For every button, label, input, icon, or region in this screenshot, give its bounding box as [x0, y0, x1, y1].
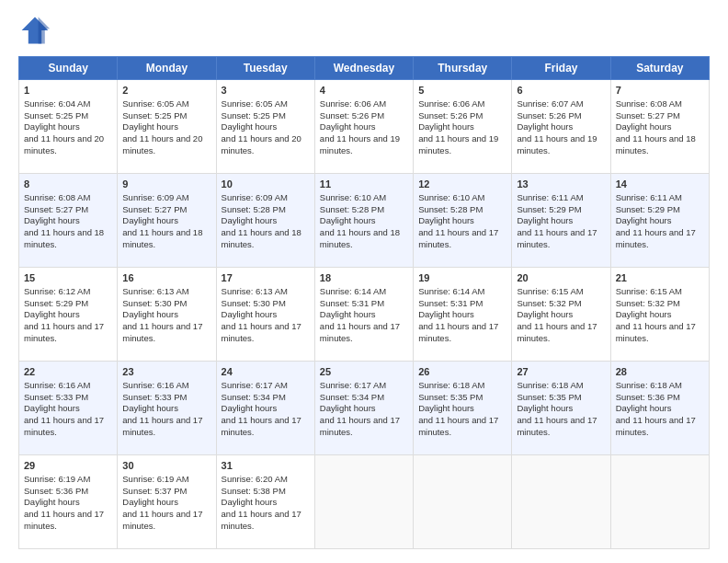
daylight-value: and 11 hours and 17 minutes.	[517, 321, 597, 343]
col-thursday: Thursday	[414, 57, 512, 80]
sunset: Sunset: 5:29 PM	[616, 204, 680, 214]
daylight-label: Daylight hours	[418, 403, 474, 413]
day-number: 10	[222, 178, 310, 191]
sunset: Sunset: 5:27 PM	[616, 110, 680, 121]
sunset: Sunset: 5:29 PM	[517, 204, 581, 214]
day-number: 27	[517, 365, 605, 379]
calendar-table: Sunday Monday Tuesday Wednesday Thursday…	[18, 56, 710, 549]
sunset: Sunset: 5:35 PM	[418, 392, 483, 402]
daylight-label: Daylight hours	[122, 121, 178, 132]
daylight-value: and 11 hours and 17 minutes.	[24, 415, 104, 437]
daylight-label: Daylight hours	[616, 215, 672, 225]
table-row: 23Sunrise: 6:16 AMSunset: 5:33 PMDayligh…	[118, 362, 216, 455]
daylight-value: and 11 hours and 19 minutes.	[418, 133, 498, 155]
col-monday: Monday	[118, 57, 216, 80]
daylight-label: Daylight hours	[418, 121, 474, 132]
daylight-value: and 11 hours and 17 minutes.	[222, 321, 301, 343]
day-number: 31	[222, 459, 310, 473]
calendar-row: 8Sunrise: 6:08 AMSunset: 5:27 PMDaylight…	[19, 174, 710, 268]
day-number: 26	[418, 365, 506, 379]
table-row: 16Sunrise: 6:13 AMSunset: 5:30 PMDayligh…	[118, 268, 216, 362]
sunset: Sunset: 5:33 PM	[24, 392, 88, 402]
table-row	[414, 455, 512, 549]
daylight-value: and 11 hours and 17 minutes.	[616, 415, 696, 437]
table-row: 20Sunrise: 6:15 AMSunset: 5:32 PMDayligh…	[512, 268, 610, 362]
daylight-value: and 11 hours and 18 minutes.	[24, 227, 104, 249]
sunset: Sunset: 5:27 PM	[24, 204, 88, 214]
sunrise: Sunrise: 6:18 AM	[517, 380, 583, 390]
sunrise: Sunrise: 6:18 AM	[616, 380, 682, 390]
day-number: 8	[24, 178, 112, 191]
day-number: 23	[122, 365, 210, 379]
daylight-label: Daylight hours	[222, 215, 278, 225]
table-row	[610, 455, 709, 549]
daylight-value: and 11 hours and 20 minutes.	[222, 133, 301, 155]
table-row: 6Sunrise: 6:07 AMSunset: 5:26 PMDaylight…	[512, 80, 610, 174]
sunrise: Sunrise: 6:14 AM	[418, 286, 484, 296]
daylight-value: and 11 hours and 19 minutes.	[517, 133, 597, 155]
daylight-value: and 11 hours and 18 minutes.	[122, 227, 202, 249]
sunset: Sunset: 5:34 PM	[320, 392, 384, 402]
daylight-label: Daylight hours	[122, 497, 178, 507]
daylight-value: and 11 hours and 17 minutes.	[320, 415, 400, 437]
sunrise: Sunrise: 6:17 AM	[320, 380, 386, 390]
sunrise: Sunrise: 6:08 AM	[616, 98, 682, 109]
table-row: 3Sunrise: 6:05 AMSunset: 5:25 PMDaylight…	[216, 80, 314, 174]
sunrise: Sunrise: 6:10 AM	[320, 192, 386, 202]
day-number: 11	[320, 178, 408, 191]
sunrise: Sunrise: 6:11 AM	[616, 192, 682, 202]
sunset: Sunset: 5:28 PM	[320, 204, 384, 214]
table-row: 9Sunrise: 6:09 AMSunset: 5:27 PMDaylight…	[118, 174, 216, 268]
daylight-value: and 11 hours and 18 minutes.	[616, 133, 696, 155]
daylight-value: and 11 hours and 18 minutes.	[320, 227, 400, 249]
col-friday: Friday	[512, 57, 610, 80]
sunrise: Sunrise: 6:06 AM	[418, 98, 484, 109]
sunset: Sunset: 5:32 PM	[616, 298, 680, 308]
daylight-value: and 11 hours and 17 minutes.	[616, 321, 696, 343]
table-row: 29Sunrise: 6:19 AMSunset: 5:36 PMDayligh…	[19, 455, 118, 549]
sunrise: Sunrise: 6:15 AM	[517, 286, 583, 296]
sunset: Sunset: 5:30 PM	[222, 298, 286, 308]
sunset: Sunset: 5:34 PM	[222, 392, 286, 402]
day-number: 7	[616, 84, 704, 98]
sunrise: Sunrise: 6:09 AM	[122, 192, 188, 202]
table-row: 10Sunrise: 6:09 AMSunset: 5:28 PMDayligh…	[216, 174, 314, 268]
table-row: 15Sunrise: 6:12 AMSunset: 5:29 PMDayligh…	[19, 268, 118, 362]
day-number: 18	[320, 271, 408, 285]
table-row: 1Sunrise: 6:04 AMSunset: 5:25 PMDaylight…	[19, 80, 118, 174]
sunset: Sunset: 5:32 PM	[517, 298, 581, 308]
daylight-value: and 11 hours and 17 minutes.	[24, 509, 104, 531]
table-row	[512, 455, 610, 549]
calendar-row: 29Sunrise: 6:19 AMSunset: 5:36 PMDayligh…	[19, 455, 710, 549]
daylight-label: Daylight hours	[222, 497, 278, 507]
table-row: 8Sunrise: 6:08 AMSunset: 5:27 PMDaylight…	[19, 174, 118, 268]
daylight-label: Daylight hours	[24, 309, 80, 319]
sunrise: Sunrise: 6:20 AM	[222, 474, 288, 484]
daylight-value: and 11 hours and 17 minutes.	[122, 509, 202, 531]
sunrise: Sunrise: 6:13 AM	[222, 286, 288, 296]
table-row: 4Sunrise: 6:06 AMSunset: 5:26 PMDaylight…	[314, 80, 413, 174]
sunset: Sunset: 5:30 PM	[122, 298, 187, 308]
sunrise: Sunrise: 6:15 AM	[616, 286, 682, 296]
day-number: 16	[122, 271, 210, 285]
col-sunday: Sunday	[19, 57, 118, 80]
sunrise: Sunrise: 6:19 AM	[122, 474, 188, 484]
table-row: 5Sunrise: 6:06 AMSunset: 5:26 PMDaylight…	[414, 80, 512, 174]
daylight-label: Daylight hours	[517, 121, 573, 132]
table-row: 2Sunrise: 6:05 AMSunset: 5:25 PMDaylight…	[118, 80, 216, 174]
sunrise: Sunrise: 6:16 AM	[24, 380, 90, 390]
table-row: 27Sunrise: 6:18 AMSunset: 5:35 PMDayligh…	[512, 362, 610, 455]
daylight-value: and 11 hours and 17 minutes.	[517, 227, 597, 249]
sunset: Sunset: 5:29 PM	[24, 298, 88, 308]
table-row	[314, 455, 413, 549]
daylight-label: Daylight hours	[320, 215, 376, 225]
day-number: 1	[24, 84, 112, 98]
daylight-value: and 11 hours and 17 minutes.	[517, 415, 597, 437]
day-number: 29	[24, 459, 112, 473]
table-row: 31Sunrise: 6:20 AMSunset: 5:38 PMDayligh…	[216, 455, 314, 549]
daylight-label: Daylight hours	[616, 403, 672, 413]
col-saturday: Saturday	[610, 57, 709, 80]
daylight-label: Daylight hours	[418, 215, 474, 225]
sunrise: Sunrise: 6:14 AM	[320, 286, 386, 296]
day-number: 6	[517, 84, 605, 98]
